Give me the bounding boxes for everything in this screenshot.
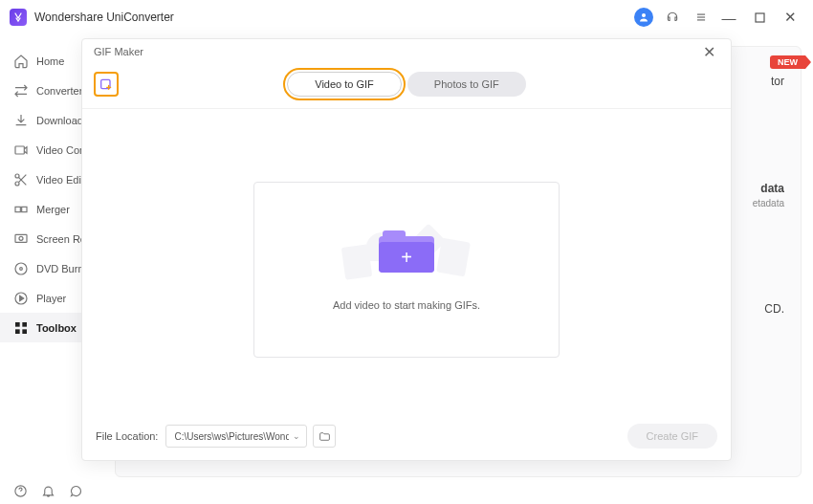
titlebar: Wondershare UniConverter — ✕ [0,0,813,34]
tab-row: Video to GIF Photos to GIF [82,64,731,109]
sidebar-item-label: Toolbox [36,322,77,334]
svg-point-0 [642,13,646,17]
compress-icon [13,142,29,158]
close-icon[interactable]: ✕ [699,41,719,63]
svg-rect-17 [15,329,20,334]
disc-icon [13,261,29,276]
scissors-icon [13,172,29,187]
create-gif-label: Create GIF [647,430,698,442]
bg-text-fragment: etadata [753,198,784,208]
feedback-icon[interactable] [69,484,83,498]
merge-icon [13,202,29,217]
add-folder-icon: + [379,229,434,273]
maximize-button[interactable] [746,4,773,31]
converter-icon [13,83,29,99]
tabs: Video to GIF Photos to GIF [287,72,525,97]
drop-zone-text: Add video to start making GIFs. [333,299,480,311]
file-location-label: File Location: [96,430,158,442]
svg-rect-15 [15,322,20,327]
toolbox-icon [13,320,29,336]
modal-footer: File Location: C:\Users\ws\Pictures\Wond… [82,412,731,460]
app-logo [10,9,27,26]
gif-maker-modal: GIF Maker ✕ Video to GIF Photos to GIF +… [81,38,732,461]
home-icon [13,54,29,69]
svg-point-6 [15,174,19,178]
sidebar-item-label: Converter [36,85,82,97]
drop-zone[interactable]: + Add video to start making GIFs. [253,182,560,358]
record-icon [13,231,29,247]
svg-point-11 [19,236,23,240]
create-gif-button[interactable]: Create GIF [627,424,717,449]
app-title: Wondershare UniConverter [34,11,174,24]
minimize-button[interactable]: — [715,4,742,31]
close-window-button[interactable]: ✕ [777,4,803,31]
svg-point-13 [20,267,23,270]
tab-photos-to-gif[interactable]: Photos to GIF [407,72,526,97]
svg-rect-18 [22,329,27,334]
bg-text-fragment: tor [771,75,784,88]
menu-icon[interactable] [691,7,712,28]
svg-point-7 [15,182,19,186]
add-file-button[interactable] [94,72,119,97]
play-icon [13,291,29,306]
notification-icon[interactable] [41,484,55,498]
svg-rect-10 [15,234,27,242]
sidebar-item-label: Player [36,293,66,304]
svg-rect-8 [15,207,20,211]
download-icon [13,113,29,128]
svg-rect-4 [756,13,764,22]
file-location-select[interactable]: C:\Users\ws\Pictures\Wonders ⌄ [165,425,307,448]
tab-label: Video to GIF [315,78,374,90]
chevron-down-icon: ⌄ [293,431,300,441]
modal-title: GIF Maker [94,46,143,57]
sidebar-item-label: Home [36,55,64,67]
new-badge: NEW [770,55,805,69]
svg-rect-9 [22,207,27,211]
tab-label: Photos to GIF [434,78,499,90]
bottombar [0,477,813,504]
bg-text-fragment: CD. [764,302,784,316]
sidebar-item-label: Merger [36,204,70,215]
svg-rect-16 [22,322,27,327]
svg-rect-5 [15,146,24,154]
modal-header: GIF Maker ✕ [82,39,731,64]
open-folder-button[interactable] [313,425,336,448]
help-icon[interactable] [13,484,28,498]
bg-text-fragment: data [760,182,784,195]
support-icon[interactable] [662,7,683,28]
user-account-icon[interactable] [633,7,654,28]
svg-point-12 [15,263,27,274]
file-location-path: C:\Users\ws\Pictures\Wonders [174,431,289,442]
tab-video-to-gif[interactable]: Video to GIF [287,72,402,97]
